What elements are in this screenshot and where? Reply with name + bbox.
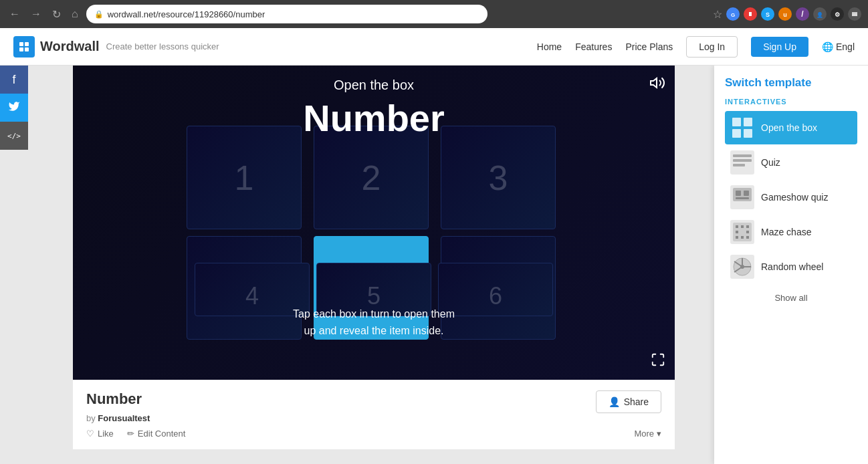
ext-pen[interactable]: / xyxy=(796,7,809,21)
ext-menu[interactable] xyxy=(848,7,861,21)
template-item-quiz[interactable]: Quiz xyxy=(725,146,857,179)
svg-rect-37 xyxy=(746,236,749,239)
box-num-6[interactable]: 6 xyxy=(438,263,553,316)
description-line1: Tap each box in turn to open them xyxy=(293,306,455,323)
like-button[interactable]: ♡ Like xyxy=(86,429,114,439)
author-link[interactable]: Forusualtest xyxy=(98,413,150,423)
heart-icon: ♡ xyxy=(86,429,94,439)
svg-text:G: G xyxy=(731,12,735,18)
main-content: Open the box Number 1 2 3 4 START 5 xyxy=(0,66,714,464)
language-button[interactable]: 🌐 Engl xyxy=(822,41,855,52)
box-3[interactable]: 3 xyxy=(441,126,556,229)
template-icon-random-wheel xyxy=(730,255,754,279)
svg-rect-22 xyxy=(733,154,752,157)
svg-text:👤: 👤 xyxy=(817,11,823,18)
svg-rect-36 xyxy=(741,236,744,239)
browser-extensions: ☆ G S u / 👤 ⚙ xyxy=(713,7,861,21)
svg-text:⚙: ⚙ xyxy=(835,11,840,18)
by-label: by xyxy=(86,413,96,423)
game-activity-name: Number xyxy=(303,96,445,140)
template-item-random-wheel[interactable]: Random wheel xyxy=(725,250,857,283)
nav-features[interactable]: Features xyxy=(575,41,612,52)
nav-home[interactable]: Home xyxy=(537,41,562,52)
logo-link[interactable]: Wordwall xyxy=(13,36,100,57)
back-button[interactable]: ← xyxy=(7,5,23,23)
url-text: wordwall.net/resource/11928660/number xyxy=(108,9,265,19)
svg-rect-15 xyxy=(852,13,857,14)
svg-rect-31 xyxy=(741,225,744,228)
social-sidebar: f </> xyxy=(0,66,28,150)
svg-rect-34 xyxy=(746,231,749,233)
edit-icon: ✏ xyxy=(127,429,134,439)
show-all-button[interactable]: Show all xyxy=(725,287,857,308)
template-item-gameshow-quiz[interactable]: Gameshow quiz xyxy=(725,181,857,214)
edit-content-button[interactable]: ✏ Edit Content xyxy=(127,429,186,439)
embed-button[interactable]: </> xyxy=(0,122,28,150)
home-button[interactable]: ⌂ xyxy=(69,5,81,23)
svg-rect-30 xyxy=(736,225,738,228)
volume-button[interactable] xyxy=(649,75,665,94)
ext-red[interactable] xyxy=(744,7,757,21)
game-area: Open the box Number 1 2 3 4 START 5 xyxy=(73,66,675,380)
svg-rect-27 xyxy=(744,191,749,196)
template-item-maze-chase[interactable]: Maze chase xyxy=(725,215,857,249)
twitter-share-button[interactable] xyxy=(0,94,28,122)
description-line2: up and reveal the item inside. xyxy=(293,322,455,340)
game-template-label: Open the box xyxy=(334,78,414,93)
below-game: 👤 Share Number by Forusualtest ♡ Like ✏ … xyxy=(73,380,675,449)
svg-text:u: u xyxy=(783,11,787,18)
svg-rect-18 xyxy=(732,118,741,126)
template-name-random-wheel: Random wheel xyxy=(761,261,823,272)
browser-chrome: ← → ↻ ⌂ 🔒 wordwall.net/resource/11928660… xyxy=(0,0,868,28)
fullscreen-button[interactable] xyxy=(651,352,665,370)
ext-s[interactable]: S xyxy=(761,7,774,21)
template-name-quiz: Quiz xyxy=(761,157,780,168)
ext-puzzle[interactable]: ⚙ xyxy=(831,7,844,21)
nav-price-plans[interactable]: Price Plans xyxy=(625,41,673,52)
code-icon: </> xyxy=(7,132,21,140)
activity-title: Number xyxy=(86,390,661,408)
svg-rect-26 xyxy=(736,191,741,196)
lock-icon: 🔒 xyxy=(94,10,104,19)
svg-rect-32 xyxy=(746,225,749,228)
ext-user[interactable]: 👤 xyxy=(813,7,827,21)
chevron-down-icon: ▾ xyxy=(657,429,661,439)
template-icon-maze-chase xyxy=(730,220,754,244)
template-name-maze-chase: Maze chase xyxy=(761,227,811,237)
address-bar[interactable]: 🔒 wordwall.net/resource/11928660/number xyxy=(86,5,487,23)
svg-rect-28 xyxy=(736,197,749,199)
facebook-share-button[interactable]: f xyxy=(0,66,28,94)
like-label: Like xyxy=(98,429,114,439)
svg-rect-19 xyxy=(744,118,752,126)
more-label: More xyxy=(634,429,654,439)
template-item-open-the-box[interactable]: Open the box xyxy=(725,111,857,144)
svg-rect-20 xyxy=(732,129,741,138)
template-name-gameshow-quiz: Gameshow quiz xyxy=(761,192,828,203)
svg-rect-3 xyxy=(749,12,752,16)
forward-button[interactable]: → xyxy=(28,5,44,23)
share-label: Share xyxy=(624,396,649,407)
logo-icon xyxy=(13,36,35,57)
globe-icon: 🌐 xyxy=(822,41,833,52)
person-icon: 👤 xyxy=(609,396,620,407)
switch-title: Switch template xyxy=(725,76,857,90)
svg-text:S: S xyxy=(766,11,770,18)
switch-template-panel: Switch template INTERACTIVES Open the bo… xyxy=(714,66,868,464)
box-2[interactable]: 2 xyxy=(314,126,429,229)
box-1[interactable]: 1 xyxy=(187,126,302,229)
svg-rect-33 xyxy=(736,231,738,233)
logo-tagline: Create better lessons quicker xyxy=(106,41,219,51)
header-nav: Home Features Price Plans Log In Sign Up… xyxy=(537,36,855,57)
more-button[interactable]: More ▾ xyxy=(634,429,661,439)
edit-label: Edit Content xyxy=(138,429,186,439)
svg-rect-17 xyxy=(852,15,857,17)
author-line: by Forusualtest xyxy=(86,413,661,423)
login-button[interactable]: Log In xyxy=(686,36,738,57)
share-button[interactable]: 👤 Share xyxy=(596,390,661,413)
ext-google[interactable]: G xyxy=(726,7,740,21)
template-name-open-the-box: Open the box xyxy=(761,122,817,133)
ext-u[interactable]: u xyxy=(778,7,792,21)
star-icon[interactable]: ☆ xyxy=(713,8,722,21)
signup-button[interactable]: Sign Up xyxy=(751,37,808,57)
refresh-button[interactable]: ↻ xyxy=(49,5,64,23)
